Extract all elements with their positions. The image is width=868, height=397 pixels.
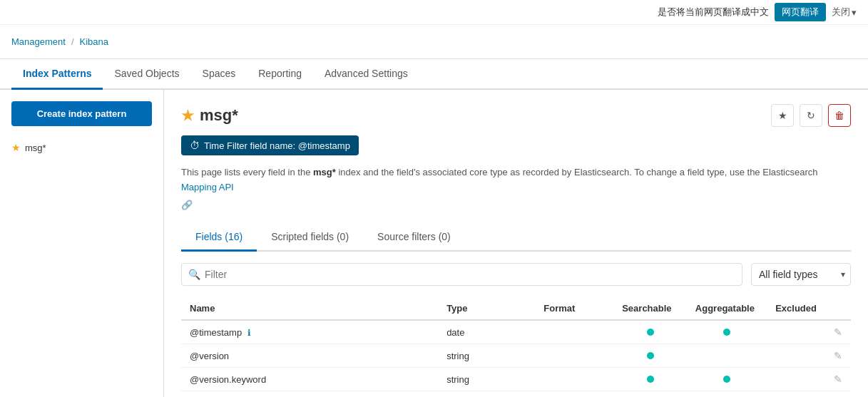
field-searchable-version-keyword: [613, 368, 687, 391]
field-type-timestamp: date: [438, 320, 535, 344]
description-suffix: index and the field's associated core ty…: [336, 167, 818, 177]
aggregatable-dot: [723, 376, 730, 383]
table-row: _id string ✎: [181, 391, 851, 397]
tab-spaces[interactable]: Spaces: [191, 59, 247, 90]
sub-tabs: Fields (16) Scripted fields (0) Source f…: [181, 224, 851, 252]
clock-icon: ⏱: [190, 140, 200, 151]
field-aggregatable-version: [687, 344, 767, 368]
breadcrumb: Management / Kibana: [11, 36, 108, 47]
field-actions-version-keyword: ✎: [825, 368, 851, 391]
fields-table: Name Type Format Searchable Aggregatable…: [181, 297, 851, 397]
description-prefix: This page lists every field in the: [181, 167, 313, 177]
subtab-source-filters[interactable]: Source filters (0): [363, 224, 465, 252]
field-aggregatable-id: [687, 391, 767, 397]
col-header-aggregatable: Aggregatable: [687, 297, 767, 320]
field-type-id: string: [438, 391, 535, 397]
field-type-version: string: [438, 344, 535, 368]
close-translation-button[interactable]: 关闭 ▾: [832, 6, 857, 19]
time-filter-badge: ⏱ Time Filter field name: @timestamp: [181, 135, 359, 155]
aggregatable-dot: [723, 329, 730, 336]
field-searchable-id: [613, 391, 687, 397]
field-searchable-version: [613, 344, 687, 368]
tab-index-patterns[interactable]: Index Patterns: [11, 59, 103, 90]
top-bar: Management / Kibana: [0, 25, 868, 59]
search-icon: 🔍: [188, 269, 200, 280]
field-name-version-keyword: @version.keyword: [181, 368, 438, 391]
field-format-version: [535, 344, 613, 368]
table-header: Name Type Format Searchable Aggregatable…: [181, 297, 851, 320]
field-type-select[interactable]: All field types string number date boole…: [751, 263, 851, 286]
filter-input[interactable]: [181, 263, 742, 286]
field-type-version-keyword: string: [438, 368, 535, 391]
field-name-version: @version: [181, 344, 438, 368]
field-excluded-id: [767, 391, 825, 397]
field-actions-version: ✎: [825, 344, 851, 368]
field-excluded-timestamp: [767, 320, 825, 344]
searchable-dot: [647, 352, 654, 359]
time-filter-label: Time Filter field name: @timestamp: [204, 140, 350, 151]
breadcrumb-kibana[interactable]: Kibana: [80, 36, 108, 47]
field-actions-timestamp: ✎: [825, 320, 851, 344]
filter-input-wrap: 🔍: [181, 263, 742, 286]
breadcrumb-separator: /: [71, 36, 74, 47]
col-header-searchable: Searchable: [613, 297, 687, 320]
sidebar-item-label: msg*: [25, 143, 46, 153]
link-icon[interactable]: 🔗: [181, 198, 193, 213]
mapping-api-link[interactable]: Mapping API: [181, 182, 234, 192]
index-pattern-name: msg*: [200, 106, 238, 125]
col-header-actions: [825, 297, 851, 320]
description-text: This page lists every field in the msg* …: [181, 165, 851, 212]
subtab-fields[interactable]: Fields (16): [181, 224, 257, 252]
breadcrumb-management[interactable]: Management: [11, 36, 66, 47]
index-star-icon[interactable]: ★: [181, 107, 194, 124]
field-excluded-version-keyword: [767, 368, 825, 391]
field-format-version-keyword: [535, 368, 613, 391]
sidebar-item-msg[interactable]: ★ msg*: [0, 138, 163, 158]
field-aggregatable-version-keyword: [687, 368, 767, 391]
field-format-id: [535, 391, 613, 397]
translation-text: 是否将当前网页翻译成中文: [658, 6, 769, 19]
index-header: ★ msg* ★ ↻ 🗑: [181, 104, 851, 127]
translation-bar: 是否将当前网页翻译成中文 网页翻译 关闭 ▾: [0, 0, 868, 25]
main-layout: Create index pattern ★ msg* ★ msg* ★ ↻ 🗑…: [0, 90, 868, 397]
content-area: ★ msg* ★ ↻ 🗑 ⏱ Time Filter field name: @…: [164, 90, 868, 397]
refresh-button[interactable]: ↻: [800, 104, 822, 127]
col-header-type: Type: [438, 297, 535, 320]
field-name-id: _id: [181, 391, 438, 397]
header-actions: ★ ↻ 🗑: [771, 104, 851, 127]
index-title: ★ msg*: [181, 106, 238, 125]
star-icon: ★: [11, 142, 21, 153]
translate-button[interactable]: 网页翻译: [775, 3, 826, 21]
create-index-pattern-button[interactable]: Create index pattern: [11, 101, 152, 126]
searchable-dot: [647, 376, 654, 383]
subtab-scripted-fields[interactable]: Scripted fields (0): [257, 224, 363, 252]
field-excluded-version: [767, 344, 825, 368]
tab-reporting[interactable]: Reporting: [247, 59, 313, 90]
field-type-select-wrap: All field types string number date boole…: [751, 263, 851, 286]
edit-icon[interactable]: ✎: [834, 350, 842, 361]
table-body: @timestamp ℹ date ✎ @version string: [181, 320, 851, 397]
field-aggregatable-timestamp: [687, 320, 767, 344]
col-header-excluded: Excluded: [767, 297, 825, 320]
delete-button[interactable]: 🗑: [828, 104, 851, 127]
description-index-name: msg*: [313, 167, 336, 177]
close-translation-label: 关闭: [832, 6, 850, 19]
field-actions-id: ✎: [825, 391, 851, 397]
chevron-down-icon: ▾: [852, 7, 857, 18]
table-row: @version string ✎: [181, 344, 851, 368]
searchable-dot: [647, 329, 654, 336]
edit-icon[interactable]: ✎: [834, 373, 842, 385]
col-header-name: Name: [181, 297, 438, 320]
table-row: @timestamp ℹ date ✎: [181, 320, 851, 344]
tab-advanced-settings[interactable]: Advanced Settings: [313, 59, 419, 90]
table-header-row: Name Type Format Searchable Aggregatable…: [181, 297, 851, 320]
edit-icon[interactable]: ✎: [834, 326, 842, 338]
filter-row: 🔍 All field types string number date boo…: [181, 263, 851, 286]
info-icon[interactable]: ℹ: [247, 328, 251, 338]
table-row: @version.keyword string ✎: [181, 368, 851, 391]
sidebar: Create index pattern ★ msg*: [0, 90, 164, 397]
set-default-button[interactable]: ★: [771, 104, 794, 127]
col-header-format: Format: [535, 297, 613, 320]
field-searchable-timestamp: [613, 320, 687, 344]
tab-saved-objects[interactable]: Saved Objects: [103, 59, 190, 90]
